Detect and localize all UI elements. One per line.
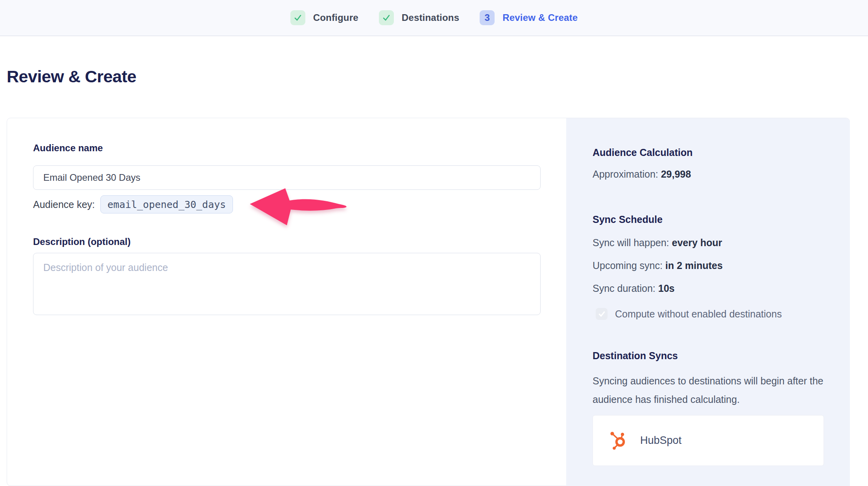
check-icon [382, 13, 391, 22]
sync-duration-line: Sync duration: 10s [593, 283, 675, 294]
destination-hubspot-card[interactable]: HubSpot [593, 415, 824, 466]
destination-syncs-heading: Destination Syncs [593, 350, 678, 362]
step-label: Review & Create [502, 12, 578, 23]
check-icon [294, 13, 302, 22]
audience-name-label: Audience name [33, 143, 103, 154]
step-label: Destinations [402, 12, 459, 23]
destination-syncs-body: Syncing audiences to destinations will b… [593, 372, 829, 409]
approximation-value: 29,998 [661, 169, 691, 180]
sync-duration-value: 10s [658, 283, 675, 294]
audience-calculation-heading: Audience Calculation [593, 147, 693, 158]
sync-frequency-value: every hour [672, 237, 722, 248]
step-label: Configure [313, 12, 358, 23]
step-number-badge: 3 [480, 10, 495, 25]
check-icon [598, 310, 606, 318]
step-configure[interactable]: Configure [290, 10, 358, 25]
description-textarea[interactable] [33, 253, 541, 315]
destination-name: HubSpot [640, 434, 681, 447]
approximation-line: Approximation: 29,998 [593, 169, 691, 180]
review-card: Audience name Audience key: email_opened… [7, 118, 850, 486]
compute-checkbox[interactable] [596, 308, 608, 320]
sync-duration-label: Sync duration: [593, 283, 656, 294]
hubspot-logo-icon [609, 430, 629, 451]
sync-frequency-label: Sync will happen: [593, 237, 669, 248]
compute-checkbox-row: Compute without enabled destinations [596, 308, 782, 320]
step-complete-badge [379, 10, 394, 25]
upcoming-sync-value: in 2 minutes [665, 260, 723, 271]
sync-frequency-line: Sync will happen: every hour [593, 237, 722, 249]
step-complete-badge [290, 10, 305, 25]
audience-key-row: Audience key: email_opened_30_days [33, 195, 233, 213]
upcoming-sync-label: Upcoming sync: [593, 260, 663, 271]
step-destinations[interactable]: Destinations [379, 10, 459, 25]
audience-name-input[interactable] [33, 165, 541, 190]
page-title: Review & Create [7, 67, 137, 86]
summary-sidebar: Audience Calculation Approximation: 29,9… [566, 118, 850, 486]
wizard-header: Configure Destinations 3 Review & Create [0, 0, 868, 36]
annotation-arrow-icon [249, 187, 348, 227]
sync-schedule-heading: Sync Schedule [593, 214, 663, 225]
audience-key-label: Audience key: [33, 199, 95, 210]
description-label: Description (optional) [33, 236, 131, 247]
upcoming-sync-line: Upcoming sync: in 2 minutes [593, 260, 723, 271]
compute-checkbox-label: Compute without enabled destinations [615, 308, 782, 320]
wizard-stepper: Configure Destinations 3 Review & Create [290, 10, 578, 25]
approximation-label: Approximation: [593, 169, 658, 180]
step-review-create[interactable]: 3 Review & Create [480, 10, 578, 25]
audience-key-chip: email_opened_30_days [100, 195, 233, 213]
